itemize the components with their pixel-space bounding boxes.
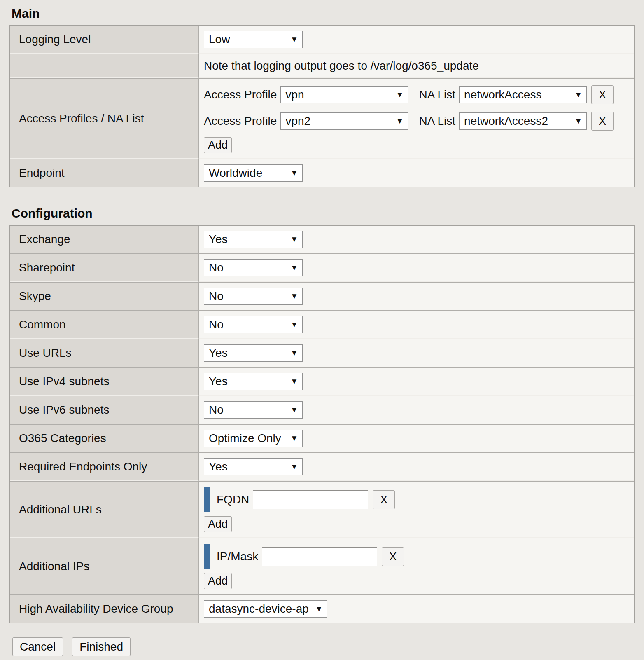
o365-iapp-config-page: Main Logging Level Low ▼ Note that loggi… <box>0 7 644 660</box>
configuration-table: Exchange Yes ▼ Sharepoint No ▼ Skype <box>9 225 635 623</box>
ip-mask-input[interactable] <box>262 547 377 566</box>
row-logging-note: Note that logging output goes to /var/lo… <box>10 54 634 78</box>
row-o365-categories: O365 Categories Optimize Only ▼ <box>10 424 634 452</box>
o365-categories-select[interactable]: Optimize Only ▼ <box>204 430 303 447</box>
access-profile-select-1[interactable]: vpn ▼ <box>280 86 408 103</box>
logging-note-cell: Note that logging output goes to /var/lo… <box>198 54 634 78</box>
dropdown-arrow-icon: ▼ <box>396 90 404 99</box>
required-endpoints-only-select[interactable]: Yes ▼ <box>204 458 303 475</box>
dropdown-arrow-icon: ▼ <box>396 117 404 126</box>
common-selected-value: No <box>209 318 286 331</box>
logging-note-text: Note that logging output goes to /var/lo… <box>204 59 630 73</box>
na-list-field-label: NA List <box>419 115 455 128</box>
additional-url-entry: FQDN X <box>204 487 630 512</box>
common-label: Common <box>10 311 198 339</box>
additional-urls-cell: FQDN X Add <box>198 482 634 538</box>
access-profile-entry: Access Profile vpn ▼ NA List networkAcce… <box>204 85 630 104</box>
dropdown-arrow-icon: ▼ <box>290 169 298 178</box>
sharepoint-label: Sharepoint <box>10 254 198 282</box>
use-urls-select[interactable]: Yes ▼ <box>204 344 303 362</box>
remove-access-profile-button-1[interactable]: X <box>591 85 614 104</box>
row-ha-device-group: High Availability Device Group datasync-… <box>10 594 634 623</box>
dropdown-arrow-icon: ▼ <box>290 320 298 329</box>
use-ipv4-subnets-label: Use IPv4 subnets <box>10 368 198 396</box>
fqdn-input[interactable] <box>253 490 368 509</box>
logging-note-empty-label <box>10 54 198 78</box>
row-use-urls: Use URLs Yes ▼ <box>10 339 634 367</box>
form-footer: Cancel Finished <box>12 637 644 660</box>
entry-accent-bar <box>204 544 210 569</box>
use-ipv4-subnets-select[interactable]: Yes ▼ <box>204 373 303 390</box>
additional-ip-entry: IP/Mask X <box>204 544 630 569</box>
use-urls-label: Use URLs <box>10 339 198 367</box>
dropdown-arrow-icon: ▼ <box>290 263 298 272</box>
access-profile-selected-value: vpn2 <box>285 115 392 128</box>
na-list-select-1[interactable]: networkAccess ▼ <box>459 86 587 103</box>
exchange-label: Exchange <box>10 226 198 253</box>
endpoint-select[interactable]: Worldwide ▼ <box>204 164 303 182</box>
use-ipv6-subnets-select[interactable]: No ▼ <box>204 401 303 419</box>
additional-ips-label: Additional IPs <box>10 538 198 594</box>
endpoint-selected-value: Worldwide <box>209 166 286 180</box>
endpoint-label: Endpoint <box>10 159 198 187</box>
add-additional-url-button[interactable]: Add <box>204 516 232 532</box>
dropdown-arrow-icon: ▼ <box>574 90 582 99</box>
skype-select[interactable]: No ▼ <box>204 288 303 305</box>
row-access-profiles: Access Profiles / NA List Access Profile… <box>10 78 634 159</box>
dropdown-arrow-icon: ▼ <box>290 349 298 358</box>
row-exchange: Exchange Yes ▼ <box>10 226 634 253</box>
use-ipv4-subnets-selected-value: Yes <box>209 375 286 388</box>
na-list-selected-value: networkAccess2 <box>464 115 570 128</box>
dropdown-arrow-icon: ▼ <box>290 462 298 471</box>
remove-additional-url-button[interactable]: X <box>373 490 395 509</box>
row-required-endpoints-only: Required Endpoints Only Yes ▼ <box>10 452 634 481</box>
ha-device-group-label: High Availability Device Group <box>10 595 198 623</box>
row-common: Common No ▼ <box>10 310 634 339</box>
common-select[interactable]: No ▼ <box>204 316 303 333</box>
dropdown-arrow-icon: ▼ <box>315 604 323 613</box>
sharepoint-selected-value: No <box>209 261 286 274</box>
add-additional-ip-button[interactable]: Add <box>204 573 232 589</box>
logging-level-select[interactable]: Low ▼ <box>204 31 303 48</box>
section-title-main: Main <box>12 7 644 21</box>
exchange-select[interactable]: Yes ▼ <box>204 231 303 248</box>
use-ipv6-subnets-label: Use IPv6 subnets <box>10 396 198 424</box>
access-profiles-cell: Access Profile vpn ▼ NA List networkAcce… <box>198 79 634 159</box>
logging-level-selected-value: Low <box>209 33 286 46</box>
logging-level-value-cell: Low ▼ <box>198 26 634 54</box>
section-title-configuration: Configuration <box>12 206 644 220</box>
skype-selected-value: No <box>209 290 286 303</box>
add-access-profile-button[interactable]: Add <box>204 137 232 153</box>
row-sharepoint: Sharepoint No ▼ <box>10 253 634 282</box>
row-additional-urls: Additional URLs FQDN X Add <box>10 481 634 538</box>
endpoint-value-cell: Worldwide ▼ <box>198 159 634 187</box>
cancel-button[interactable]: Cancel <box>12 637 63 656</box>
ip-mask-field-label: IP/Mask <box>217 550 258 563</box>
row-logging-level: Logging Level Low ▼ <box>10 26 634 54</box>
dropdown-arrow-icon: ▼ <box>290 434 298 443</box>
ha-device-group-select[interactable]: datasync-device-ap ▼ <box>204 600 327 618</box>
row-additional-ips: Additional IPs IP/Mask X Add <box>10 538 634 594</box>
na-list-select-2[interactable]: networkAccess2 ▼ <box>459 112 587 130</box>
dropdown-arrow-icon: ▼ <box>574 117 582 126</box>
entry-accent-bar <box>204 487 210 512</box>
remove-access-profile-button-2[interactable]: X <box>591 112 614 131</box>
access-profiles-label: Access Profiles / NA List <box>10 79 198 159</box>
finished-button[interactable]: Finished <box>72 637 131 656</box>
sharepoint-select[interactable]: No ▼ <box>204 259 303 276</box>
access-profile-select-2[interactable]: vpn2 ▼ <box>280 112 408 130</box>
o365-categories-selected-value: Optimize Only <box>209 432 286 445</box>
row-skype: Skype No ▼ <box>10 282 634 310</box>
main-table: Logging Level Low ▼ Note that logging ou… <box>9 25 635 187</box>
access-profile-field-label: Access Profile <box>204 115 277 128</box>
o365-categories-label: O365 Categories <box>10 425 198 452</box>
access-profile-field-label: Access Profile <box>204 88 277 101</box>
dropdown-arrow-icon: ▼ <box>290 35 298 44</box>
access-profile-selected-value: vpn <box>285 88 392 101</box>
dropdown-arrow-icon: ▼ <box>290 235 298 244</box>
remove-additional-ip-button[interactable]: X <box>382 547 404 566</box>
access-profile-entry: Access Profile vpn2 ▼ NA List networkAcc… <box>204 112 630 131</box>
na-list-selected-value: networkAccess <box>464 88 570 101</box>
required-endpoints-only-label: Required Endpoints Only <box>10 453 198 481</box>
ha-device-group-selected-value: datasync-device-ap <box>209 602 311 616</box>
